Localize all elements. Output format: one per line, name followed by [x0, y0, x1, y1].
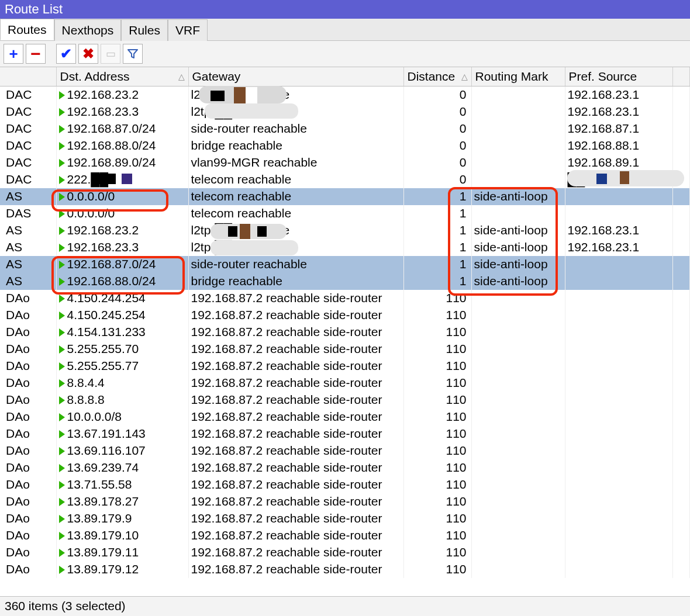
- table-row[interactable]: AS192.168.23.3l2tp-██ reachable1side-ant…: [0, 239, 690, 256]
- table-row[interactable]: DAo10.0.0.0/8192.168.87.2 reachable side…: [0, 409, 690, 425]
- table-row[interactable]: DAo13.69.116.107192.168.87.2 reachable s…: [0, 442, 690, 459]
- cell-gateway: l2tp-██ reachable: [188, 86, 403, 103]
- cell-flags: AS: [0, 273, 56, 290]
- tab-vrf[interactable]: VRF: [168, 19, 208, 41]
- cell-flags: DAo: [0, 510, 56, 527]
- cell-dst-address: 0.0.0.0/0: [56, 205, 188, 222]
- cell-dst-address: 8.8.8.8: [56, 392, 188, 409]
- table-row[interactable]: DAC192.168.88.0/24bridge reachable0192.1…: [0, 137, 690, 154]
- table-row[interactable]: AS0.0.0.0/0telecom reachable1side-anti-l…: [0, 188, 690, 205]
- table-row[interactable]: DAo4.150.245.254192.168.87.2 reachable s…: [0, 307, 690, 324]
- cell-pref-source: 192.168.23.1: [565, 239, 672, 256]
- table-row[interactable]: DAo13.89.178.27192.168.87.2 reachable si…: [0, 493, 690, 510]
- cell-routing-mark: [471, 324, 565, 341]
- table-row[interactable]: DAC192.168.23.2l2tp-██ reachable0192.168…: [0, 86, 690, 103]
- comment-button[interactable]: ▭: [101, 44, 120, 64]
- cell-flags: DAo: [0, 324, 56, 341]
- route-active-icon: [59, 108, 65, 116]
- cell-gateway: 192.168.87.2 reachable side-router: [188, 307, 403, 324]
- enable-button[interactable]: ✔: [56, 44, 76, 64]
- cell-pref-source: [565, 290, 672, 307]
- table-row[interactable]: DAo13.89.179.10192.168.87.2 reachable si…: [0, 527, 690, 544]
- remove-button[interactable]: −: [26, 44, 46, 64]
- tab-routes[interactable]: Routes: [0, 19, 54, 40]
- cell-pref-source: [565, 442, 672, 459]
- col-header-distance[interactable]: Distance△: [403, 67, 471, 86]
- cell-distance: 110: [403, 425, 471, 442]
- cell-distance: 110: [403, 527, 471, 544]
- filter-button[interactable]: [123, 44, 143, 64]
- cell-routing-mark: side-anti-loop: [471, 222, 565, 239]
- cell-distance: 0: [403, 171, 471, 188]
- cell-gateway: telecom reachable: [188, 205, 403, 222]
- window-titlebar[interactable]: Route List: [0, 0, 690, 19]
- cell-dst-address: 192.168.23.2: [56, 222, 188, 239]
- table-row[interactable]: DAo4.150.244.254192.168.87.2 reachable s…: [0, 290, 690, 307]
- col-header-dst-address[interactable]: Dst. Address△: [56, 67, 188, 86]
- cell-flags: DAo: [0, 493, 56, 510]
- tab-rules[interactable]: Rules: [121, 19, 168, 41]
- route-active-icon: [59, 549, 65, 557]
- cell-gateway: 192.168.87.2 reachable side-router: [188, 527, 403, 544]
- cell-gateway: 192.168.87.2 reachable side-router: [188, 375, 403, 392]
- table-row[interactable]: AS192.168.23.2l2tp-██ reachable1side-ant…: [0, 222, 690, 239]
- cell-spacer: [672, 425, 690, 442]
- x-icon: ✖: [82, 46, 94, 62]
- cell-pref-source: [565, 341, 672, 358]
- cell-pref-source: [565, 273, 672, 290]
- table-row[interactable]: DAo13.67.191.143192.168.87.2 reachable s…: [0, 425, 690, 442]
- cell-flags: DAo: [0, 341, 56, 358]
- table-row[interactable]: DAo13.89.179.12192.168.87.2 reachable si…: [0, 561, 690, 578]
- col-header-spacer[interactable]: [672, 67, 690, 86]
- cell-distance: 110: [403, 544, 471, 561]
- cell-spacer: [672, 510, 690, 527]
- cell-flags: AS: [0, 256, 56, 273]
- route-active-icon: [59, 430, 65, 438]
- cell-dst-address: 192.168.89.0/24: [56, 154, 188, 171]
- cell-dst-address: 192.168.88.0/24: [56, 273, 188, 290]
- tab-nexthops[interactable]: Nexthops: [54, 19, 122, 41]
- add-button[interactable]: +: [4, 44, 23, 64]
- col-header-flags[interactable]: [0, 67, 56, 86]
- route-active-icon: [59, 566, 65, 574]
- cell-routing-mark: [471, 205, 565, 222]
- cell-flags: DAo: [0, 476, 56, 493]
- table-row[interactable]: DAo13.71.55.58192.168.87.2 reachable sid…: [0, 476, 690, 493]
- cell-routing-mark: [471, 510, 565, 527]
- cell-spacer: [672, 527, 690, 544]
- cell-spacer: [672, 392, 690, 409]
- table-row[interactable]: DAo5.255.255.70192.168.87.2 reachable si…: [0, 341, 690, 358]
- route-table[interactable]: Dst. Address△ Gateway Distance△ Routing …: [0, 67, 690, 578]
- table-row[interactable]: DAo13.69.239.74192.168.87.2 reachable si…: [0, 459, 690, 476]
- table-row[interactable]: DAo8.8.8.8192.168.87.2 reachable side-ro…: [0, 392, 690, 409]
- table-row[interactable]: DAS0.0.0.0/0telecom reachable1: [0, 205, 690, 222]
- table-row[interactable]: DAC192.168.87.0/24side-router reachable0…: [0, 120, 690, 137]
- table-row[interactable]: DAC222.██telecom reachable0██: [0, 171, 690, 188]
- table-row[interactable]: DAo13.89.179.9192.168.87.2 reachable sid…: [0, 510, 690, 527]
- col-header-gateway[interactable]: Gateway: [188, 67, 403, 86]
- cell-spacer: [672, 256, 690, 273]
- table-row[interactable]: AS192.168.88.0/24bridge reachable1side-a…: [0, 273, 690, 290]
- comment-icon: ▭: [106, 47, 116, 60]
- table-row[interactable]: AS192.168.87.0/24side-router reachable1s…: [0, 256, 690, 273]
- table-row[interactable]: DAC192.168.89.0/24vlan99-MGR reachable01…: [0, 154, 690, 171]
- cell-flags: DAC: [0, 137, 56, 154]
- cell-distance: 110: [403, 510, 471, 527]
- sort-asc-icon: △: [178, 72, 185, 81]
- cell-distance: 1: [403, 273, 471, 290]
- table-row[interactable]: DAo8.8.4.4192.168.87.2 reachable side-ro…: [0, 375, 690, 392]
- cell-distance: 110: [403, 307, 471, 324]
- cell-pref-source: [565, 510, 672, 527]
- cell-distance: 110: [403, 561, 471, 578]
- table-row[interactable]: DAC192.168.23.3l2tp-██ reachable0192.168…: [0, 103, 690, 120]
- table-row[interactable]: DAo5.255.255.77192.168.87.2 reachable si…: [0, 358, 690, 375]
- table-row[interactable]: DAo13.89.179.11192.168.87.2 reachable si…: [0, 544, 690, 561]
- cell-routing-mark: side-anti-loop: [471, 239, 565, 256]
- disable-button[interactable]: ✖: [78, 44, 98, 64]
- cell-gateway: 192.168.87.2 reachable side-router: [188, 409, 403, 425]
- cell-flags: DAo: [0, 544, 56, 561]
- col-header-routing-mark[interactable]: Routing Mark: [471, 67, 565, 86]
- route-active-icon: [59, 379, 65, 387]
- table-row[interactable]: DAo4.154.131.233192.168.87.2 reachable s…: [0, 324, 690, 341]
- col-header-pref-source[interactable]: Pref. Source: [565, 67, 672, 86]
